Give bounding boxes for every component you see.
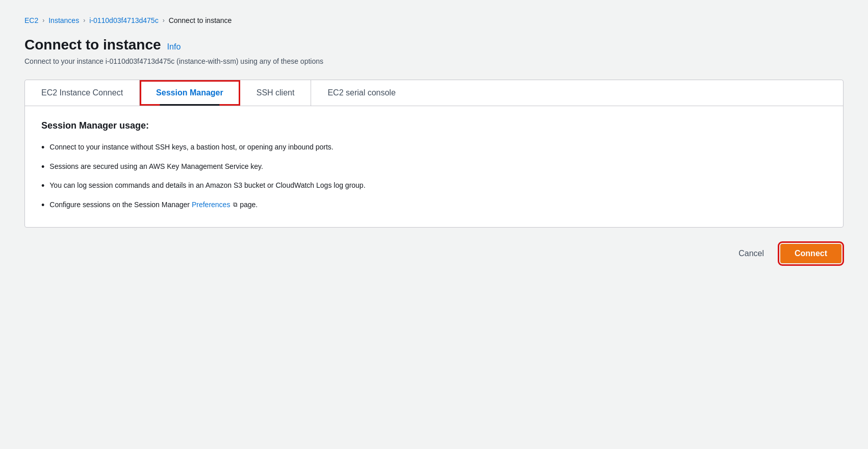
tab-ec2-instance-connect[interactable]: EC2 Instance Connect <box>25 80 140 106</box>
preferences-link[interactable]: Preferences <box>192 201 230 209</box>
list-item-4: • Configure sessions on the Session Mana… <box>41 199 827 211</box>
bullet-dot-2: • <box>41 162 44 173</box>
bullet-dot-1: • <box>41 142 44 154</box>
list-item-text-3: You can log session commands and details… <box>49 180 365 191</box>
breadcrumb-separator-2: › <box>83 17 85 24</box>
breadcrumb-instances[interactable]: Instances <box>48 16 79 24</box>
bullet-list: • Connect to your instance without SSH k… <box>41 141 827 211</box>
external-link-icon: ⧉ <box>233 200 238 210</box>
cancel-button[interactable]: Cancel <box>730 245 772 262</box>
page-description: Connect to your instance i-0110d03f4713d… <box>24 57 844 65</box>
info-link[interactable]: Info <box>167 42 181 52</box>
tabs-row: EC2 Instance Connect Session Manager SSH… <box>25 80 843 106</box>
breadcrumb: EC2 › Instances › i-0110d03f4713d475c › … <box>24 16 844 24</box>
tab-ec2-serial-console[interactable]: EC2 serial console <box>311 80 412 106</box>
breadcrumb-current: Connect to instance <box>169 16 232 24</box>
breadcrumb-instance-id[interactable]: i-0110d03f4713d475c <box>89 16 158 24</box>
card-content: Session Manager usage: • Connect to your… <box>25 106 843 227</box>
breadcrumb-ec2[interactable]: EC2 <box>24 16 38 24</box>
page-title-row: Connect to instance Info <box>24 37 844 53</box>
tab-session-manager[interactable]: Session Manager <box>140 80 240 106</box>
list-item-text-2: Sessions are secured using an AWS Key Ma… <box>49 161 263 172</box>
list-item-text-1: Connect to your instance without SSH key… <box>49 141 333 153</box>
list-item-text-4: Configure sessions on the Session Manage… <box>49 199 258 210</box>
list-item-1: • Connect to your instance without SSH k… <box>41 141 827 154</box>
bullet-dot-3: • <box>41 181 44 192</box>
section-title: Session Manager usage: <box>41 120 827 131</box>
tab-ssh-client[interactable]: SSH client <box>240 80 312 106</box>
connect-button[interactable]: Connect <box>780 244 841 263</box>
list-item-3: • You can log session commands and detai… <box>41 180 827 192</box>
connect-card: EC2 Instance Connect Session Manager SSH… <box>24 80 844 228</box>
footer-row: Cancel Connect <box>24 244 844 263</box>
list-item-2: • Sessions are secured using an AWS Key … <box>41 161 827 173</box>
bullet-dot-4: • <box>41 200 44 211</box>
breadcrumb-separator-3: › <box>163 17 165 24</box>
page-title: Connect to instance <box>24 37 161 53</box>
breadcrumb-separator-1: › <box>42 17 44 24</box>
